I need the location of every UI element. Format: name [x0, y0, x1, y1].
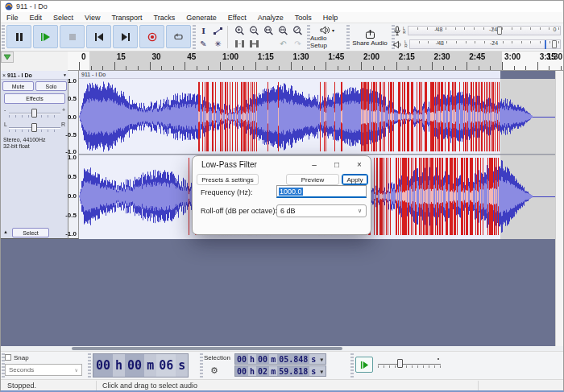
time-digit[interactable]: 05.848	[277, 354, 309, 364]
selection-tool-button[interactable]: I	[197, 25, 210, 37]
track-title[interactable]: 911 - I Do	[7, 72, 63, 78]
horizontal-scrollbar-thumb[interactable]	[72, 347, 342, 350]
zoom-in-button[interactable]	[233, 25, 247, 37]
undo-button[interactable]: ↶	[276, 38, 290, 50]
menu-item[interactable]: Effect	[222, 14, 252, 22]
playback-meter-bar[interactable]: -48-240	[409, 39, 561, 49]
playback-meter[interactable]: LR -48-240	[393, 38, 561, 51]
timeline-ruler[interactable]: 01530451:001:151:301:452:002:152:302:453…	[1, 52, 564, 71]
gain-slider-thumb[interactable]	[31, 109, 37, 118]
trim-audio-button[interactable]	[233, 38, 247, 50]
recording-meter[interactable]: LR -48-240	[393, 24, 561, 37]
menu-item[interactable]: Analyze	[252, 14, 289, 22]
skip-to-start-button[interactable]	[86, 25, 111, 48]
time-digit[interactable]: 59.818	[277, 366, 309, 376]
menu-item[interactable]: Edit	[24, 14, 48, 22]
frequency-input[interactable]: 1000.0	[276, 185, 367, 198]
silence-audio-button[interactable]	[247, 38, 261, 50]
zoom-to-project-button[interactable]	[276, 25, 290, 37]
selection-toolbar-grip[interactable]	[200, 353, 203, 378]
pan-slider[interactable]: L R	[4, 121, 65, 134]
menu-item[interactable]: Tracks	[148, 14, 181, 22]
mute-button[interactable]: Mute	[2, 81, 34, 91]
snap-mode-dropdown[interactable]: Seconds ∨	[5, 364, 82, 376]
redo-button[interactable]: ↷	[291, 38, 305, 50]
ruler-ticks[interactable]	[68, 52, 564, 71]
dialog-close-button[interactable]: ×	[348, 156, 371, 172]
loop-button[interactable]	[166, 25, 191, 48]
gain-slider[interactable]: - +	[4, 106, 65, 119]
presets-settings-button[interactable]: Presets & settings	[197, 174, 259, 185]
zoom-out-button[interactable]	[247, 25, 261, 37]
selection-end-display[interactable]: 00h02m59.818s▾	[234, 365, 326, 377]
time-unit[interactable]: m	[144, 354, 156, 377]
dialog-minimize-button[interactable]: –	[303, 156, 326, 172]
pan-slider-thumb[interactable]	[31, 123, 37, 132]
audio-setup-button[interactable]: ▾ Audio Setup	[310, 24, 344, 51]
preview-button[interactable]: Preview	[286, 174, 339, 185]
menu-item[interactable]: Tools	[289, 14, 317, 22]
time-digit[interactable]: 02	[256, 366, 269, 376]
play-at-speed-button[interactable]	[355, 357, 373, 373]
time-unit[interactable]: m	[269, 366, 277, 376]
time-format-arrow-icon[interactable]: ▾	[317, 354, 326, 364]
track-header[interactable]: × 911 - I Do ▼	[1, 71, 68, 80]
track-select-button[interactable]: Select	[12, 228, 49, 237]
time-digit[interactable]: 00	[235, 366, 248, 376]
draw-tool-button[interactable]: ✎	[197, 38, 210, 50]
meter-volume-thumb[interactable]	[497, 27, 502, 35]
solo-button[interactable]: Solo	[35, 81, 67, 91]
time-digit[interactable]: 00	[235, 354, 248, 364]
menu-item[interactable]: File	[1, 14, 24, 22]
timeline-options-button[interactable]	[1, 52, 14, 63]
time-digit[interactable]: 00	[256, 354, 269, 364]
menu-item[interactable]: Transport	[106, 14, 147, 22]
menu-item[interactable]: Generate	[180, 14, 222, 22]
time-digit[interactable]: 00	[125, 354, 144, 377]
rolloff-dropdown[interactable]: 6 dB ∨	[276, 204, 367, 217]
selection-start-display[interactable]: 00h00m05.848s▾	[234, 353, 326, 365]
collapse-track-button[interactable]: ▲	[3, 229, 8, 234]
play-speed-thumb[interactable]	[397, 359, 403, 368]
time-unit[interactable]: s	[309, 354, 317, 364]
time-format-arrow-icon[interactable]: ▾	[317, 366, 326, 376]
play-at-speed-grip[interactable]	[350, 353, 354, 378]
play-speed-slider[interactable]	[378, 357, 441, 373]
track-close-icon[interactable]: ×	[1, 72, 7, 78]
pause-button[interactable]	[6, 25, 31, 48]
apply-button[interactable]: Apply	[342, 174, 368, 185]
time-unit[interactable]: m	[269, 354, 277, 364]
vertical-scrollbar[interactable]	[555, 71, 564, 346]
clip-title-bar[interactable]: 911 - I Do	[79, 71, 500, 79]
toolbar-grip[interactable]	[2, 25, 5, 49]
time-unit[interactable]: h	[248, 354, 256, 364]
audio-position-display[interactable]: 00h00m06s	[93, 353, 189, 378]
play-button[interactable]	[33, 25, 58, 48]
snap-checkbox[interactable]	[5, 354, 11, 361]
menu-item[interactable]: Select	[48, 14, 79, 22]
time-unit[interactable]: h	[248, 366, 256, 376]
vertical-ruler[interactable]: 1.00.50.0-0.5-1.01.00.50.0-0.5-1.0	[68, 71, 79, 239]
skip-to-end-button[interactable]	[113, 25, 138, 48]
zoom-to-selection-button[interactable]	[262, 25, 276, 37]
effects-button[interactable]: Effects	[4, 93, 65, 104]
dialog-maximize-button[interactable]: □	[326, 156, 348, 172]
time-digit[interactable]: 00	[93, 354, 113, 377]
selection-settings-gear-icon[interactable]: ⚙	[210, 365, 218, 376]
time-toolbar-grip[interactable]	[88, 353, 91, 378]
menu-item[interactable]: View	[79, 14, 106, 22]
envelope-tool-button[interactable]	[211, 25, 225, 37]
multi-tool-button[interactable]: ✳	[211, 38, 225, 50]
time-unit[interactable]: s	[176, 354, 188, 377]
share-audio-button[interactable]: Share Audio	[350, 24, 390, 51]
time-unit[interactable]: h	[113, 354, 125, 377]
stop-button[interactable]	[60, 25, 85, 48]
record-button[interactable]	[139, 25, 164, 48]
meter-volume-thumb[interactable]	[552, 40, 557, 48]
recording-meter-bar[interactable]: -48-240	[408, 26, 561, 35]
zoom-toggle-button[interactable]	[291, 25, 305, 37]
menu-item[interactable]: Help	[317, 14, 344, 22]
time-unit[interactable]: s	[309, 366, 317, 376]
time-digit[interactable]: 06	[156, 354, 176, 377]
tools-toolbar-grip[interactable]	[193, 25, 196, 49]
